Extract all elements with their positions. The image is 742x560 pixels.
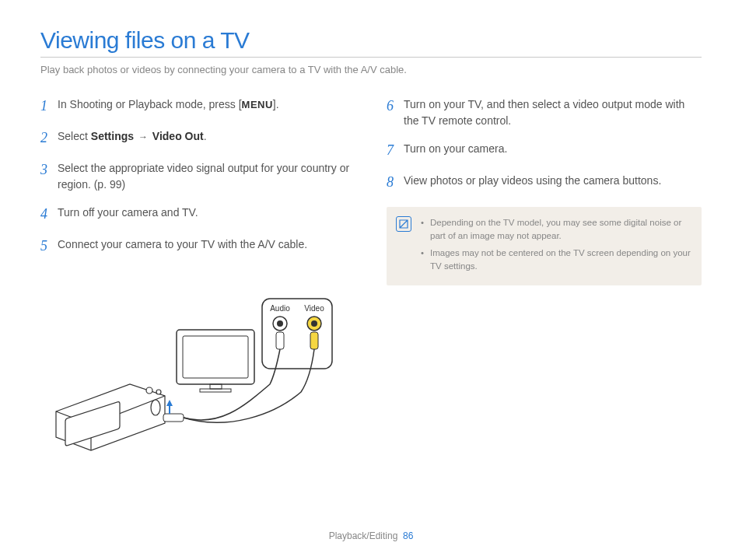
step-number: 7 (387, 140, 404, 161)
bold-settings: Settings (91, 130, 134, 142)
step-5: 5 Connect your camera to your TV with th… (40, 236, 355, 257)
footer-page-number: 86 (403, 530, 413, 541)
step-number: 4 (40, 204, 58, 225)
step-7: 7 Turn on your camera. (387, 140, 702, 161)
step-number: 2 (40, 128, 58, 149)
note-list: Depending on the TV model, you may see s… (421, 216, 691, 276)
step-number: 6 (387, 96, 404, 117)
text-fragment: ]. (273, 98, 279, 110)
step-text: Select the appropriate video signal outp… (58, 159, 355, 193)
page-footer: Playback/Editing 86 (0, 530, 742, 541)
footer-section: Playback/Editing (329, 530, 398, 541)
svg-point-6 (277, 320, 283, 327)
text-fragment: Select (58, 130, 91, 142)
note-item: Depending on the TV model, you may see s… (421, 216, 691, 243)
svg-rect-9 (276, 332, 284, 349)
bold-video-out: Video Out (152, 130, 204, 142)
step-8: 8 View photos or play videos using the c… (387, 172, 702, 193)
svg-point-14 (156, 390, 161, 394)
svg-point-8 (311, 320, 317, 327)
step-text: Turn off your camera and TV. (58, 204, 198, 221)
connection-diagram: Audio Video (40, 283, 336, 462)
note-box: Depending on the TV model, you may see s… (387, 207, 702, 285)
left-column: 1 In Shooting or Playback mode, press [M… (40, 96, 355, 465)
svg-rect-15 (163, 414, 184, 422)
connector-arrow-icon (166, 400, 173, 406)
text-fragment: In Shooting or Playback mode, press [ (58, 98, 242, 110)
step-text: Turn on your camera. (404, 140, 507, 157)
step-number: 1 (40, 96, 58, 117)
svg-rect-0 (177, 330, 254, 384)
right-column: 6 Turn on your TV, and then select a vid… (387, 96, 702, 465)
title-rule (40, 57, 702, 58)
arrow-icon: → (137, 131, 149, 142)
step-number: 8 (387, 172, 404, 193)
svg-point-13 (146, 387, 152, 394)
step-text: Connect your camera to your TV with the … (58, 236, 307, 253)
step-text: Select Settings → Video Out. (58, 128, 207, 145)
step-6: 6 Turn on your TV, and then select a vid… (387, 96, 702, 129)
menu-glyph: MENU (242, 99, 273, 110)
video-label: Video (304, 304, 324, 313)
svg-rect-10 (310, 332, 318, 349)
step-text: In Shooting or Playback mode, press [MEN… (58, 96, 279, 113)
step-number: 3 (40, 159, 58, 180)
svg-rect-3 (200, 389, 231, 392)
page-title: Viewing files on a TV (40, 27, 702, 54)
note-item: Images may not be centered on the TV scr… (421, 247, 691, 274)
note-icon (396, 216, 411, 232)
svg-point-12 (151, 400, 160, 415)
step-3: 3 Select the appropriate video signal ou… (40, 159, 355, 193)
step-text: Turn on your TV, and then select a video… (404, 96, 702, 129)
step-1: 1 In Shooting or Playback mode, press [M… (40, 96, 355, 117)
svg-rect-1 (183, 336, 248, 378)
intro-text: Play back photos or videos by connecting… (40, 64, 702, 75)
svg-rect-2 (210, 384, 222, 389)
step-2: 2 Select Settings → Video Out. (40, 128, 355, 149)
audio-label: Audio (270, 304, 290, 313)
text-fragment: . (204, 130, 207, 142)
step-4: 4 Turn off your camera and TV. (40, 204, 355, 225)
content-columns: 1 In Shooting or Playback mode, press [M… (40, 96, 702, 465)
step-number: 5 (40, 236, 58, 257)
step-text: View photos or play videos using the cam… (404, 172, 661, 189)
